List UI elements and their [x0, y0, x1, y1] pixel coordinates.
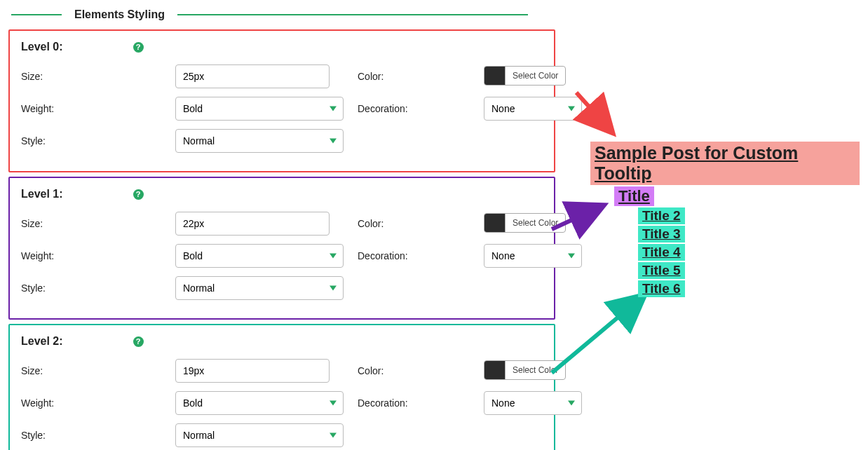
svg-line-2 [552, 299, 639, 373]
size-label: Size: [21, 365, 161, 376]
color-swatch [484, 361, 506, 379]
color-label: Color: [358, 365, 470, 376]
help-icon[interactable]: ? [133, 189, 144, 200]
level-1-title: Level 1: [21, 188, 63, 200]
preview-heading-2: Title 6 [638, 280, 685, 297]
style-select[interactable]: Normal [175, 129, 344, 153]
arrow-teal-icon [548, 289, 653, 380]
select-color-label: Select Color [506, 71, 565, 81]
decoration-label: Decoration: [358, 397, 470, 409]
svg-line-0 [576, 93, 608, 128]
color-label: Color: [358, 218, 470, 229]
weight-label: Weight: [21, 103, 161, 114]
style-label: Style: [21, 135, 161, 146]
help-icon[interactable]: ? [133, 336, 144, 347]
level-2-title: Level 2: [21, 335, 63, 348]
preview-pane: Sample Post for Custom Tooltip Title Tit… [562, 8, 860, 450]
accent-line-left [11, 14, 62, 15]
style-label: Style: [21, 430, 161, 441]
style-label: Style: [21, 282, 161, 294]
size-label: Size: [21, 71, 161, 82]
preview-heading-2: Title 5 [638, 262, 685, 279]
preview-heading-2: Title 4 [638, 244, 685, 261]
color-swatch [484, 214, 506, 232]
weight-select[interactable]: Bold [175, 391, 344, 415]
level-0-title: Level 0: [21, 41, 63, 53]
level-0-panel: Level 0: ? Size: Color: Select Color Wei… [8, 29, 555, 172]
weight-select[interactable]: Bold [175, 97, 344, 121]
decoration-label: Decoration: [358, 250, 470, 261]
arrow-red-icon [569, 86, 625, 142]
preview-heading-2: Title 3 [638, 226, 685, 243]
weight-label: Weight: [21, 250, 161, 261]
preview-heading-0: Sample Post for Custom Tooltip [590, 142, 860, 185]
weight-select[interactable]: Bold [175, 244, 344, 268]
level-2-panel: Level 2: ? Size: Color: Select Color Wei… [8, 324, 555, 450]
style-select[interactable]: Normal [175, 423, 344, 447]
section-header: Elements Styling [8, 8, 555, 29]
size-input[interactable] [175, 212, 330, 236]
preview-heading-1: Title [614, 186, 654, 206]
weight-label: Weight: [21, 397, 161, 409]
help-icon[interactable]: ? [133, 42, 144, 53]
decoration-label: Decoration: [358, 103, 470, 114]
preview-heading-2: Title 2 [638, 207, 685, 224]
accent-line-right [177, 14, 528, 15]
size-input[interactable] [175, 64, 330, 88]
color-label: Color: [358, 71, 470, 82]
color-swatch [484, 67, 506, 85]
level-1-panel: Level 1: ? Size: Color: Select Color Wei… [8, 177, 555, 320]
section-title: Elements Styling [74, 8, 165, 21]
size-input[interactable] [175, 359, 330, 383]
select-color-button[interactable]: Select Color [484, 66, 566, 86]
style-select[interactable]: Normal [175, 276, 344, 300]
size-label: Size: [21, 218, 161, 229]
